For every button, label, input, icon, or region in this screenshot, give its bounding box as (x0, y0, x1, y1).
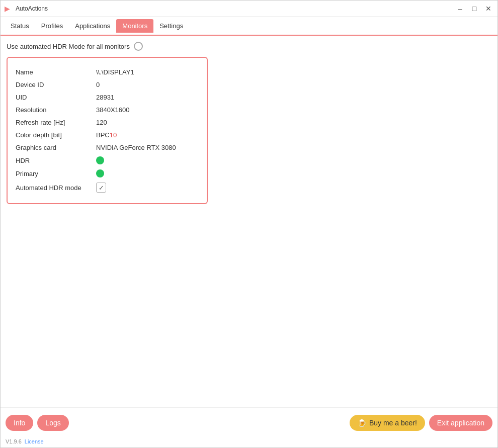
tab-applications[interactable]: Applications (69, 19, 116, 33)
label-resolution: Resolution (16, 106, 96, 114)
value-colordepth: BPC10 (96, 131, 117, 139)
value-resolution: 3840X1600 (96, 106, 130, 114)
monitor-row-name: Name \\.\DISPLAY1 (16, 66, 199, 78)
label-hdr: HDR (16, 157, 96, 164)
label-name: Name (16, 68, 96, 76)
monitor-row-colordepth: Color depth [bit] BPC10 (16, 129, 199, 141)
value-colordepth-bpc: BPC (96, 131, 110, 139)
monitor-row-primary: Primary (16, 167, 199, 180)
hdr-toggle-row: Use automated HDR Mode for all monitors (7, 42, 491, 51)
label-gpu: Graphics card (16, 144, 96, 151)
value-deviceid: 0 (96, 81, 100, 88)
close-button[interactable]: ✕ (483, 4, 493, 14)
value-name: \\.\DISPLAY1 (96, 68, 134, 76)
monitor-card: Name \\.\DISPLAY1 Device ID 0 UID 28931 … (7, 57, 208, 204)
value-refresh: 120 (96, 119, 107, 126)
label-colordepth: Color depth [bit] (16, 131, 96, 139)
hdr-toggle-switch[interactable] (134, 42, 143, 51)
main-content: Use automated HDR Mode for all monitors … (1, 36, 497, 407)
monitor-row-resolution: Resolution 3840X1600 (16, 104, 199, 116)
version-text: V1.9.6 (6, 438, 22, 444)
app-title: AutoActions (16, 5, 48, 12)
monitor-row-auto-hdr: Automated HDR mode ✓ (16, 180, 199, 195)
label-refresh: Refresh rate [Hz] (16, 119, 96, 126)
tab-monitors[interactable]: Monitors (116, 19, 153, 33)
label-auto-hdr: Automated HDR mode (16, 184, 96, 192)
beer-icon: 🍺 (358, 419, 366, 427)
tab-settings[interactable]: Settings (153, 19, 189, 33)
exit-button[interactable]: Exit application (429, 415, 492, 431)
value-gpu: NVIDIA GeForce RTX 3080 (96, 144, 176, 151)
primary-status-dot (96, 169, 104, 177)
title-bar: ▶ AutoActions – □ ✕ (1, 1, 497, 17)
label-deviceid: Device ID (16, 81, 96, 88)
footer: Info Logs 🍺 Buy me a beer! Exit applicat… (1, 407, 497, 437)
minimize-button[interactable]: – (455, 4, 465, 14)
auto-hdr-checkbox[interactable]: ✓ (96, 183, 106, 193)
footer-left: Info Logs (6, 415, 69, 431)
value-uid: 28931 (96, 94, 114, 101)
app-icon: ▶ (5, 5, 13, 13)
tab-status[interactable]: Status (5, 19, 35, 33)
window-controls: – □ ✕ (455, 4, 493, 14)
monitor-row-deviceid: Device ID 0 (16, 78, 199, 91)
maximize-button[interactable]: □ (469, 4, 479, 14)
monitor-row-uid: UID 28931 (16, 91, 199, 104)
hdr-toggle-label: Use automated HDR Mode for all monitors (7, 43, 130, 50)
title-bar-left: ▶ AutoActions (5, 5, 48, 13)
label-uid: UID (16, 94, 96, 101)
monitor-row-refresh: Refresh rate [Hz] 120 (16, 116, 199, 129)
beer-label: Buy me a beer! (369, 419, 417, 427)
hdr-status-dot (96, 156, 104, 164)
monitor-row-gpu: Graphics card NVIDIA GeForce RTX 3080 (16, 141, 199, 154)
logs-button[interactable]: Logs (37, 415, 68, 431)
value-colordepth-highlight: 10 (110, 131, 117, 139)
label-primary: Primary (16, 170, 96, 177)
monitor-row-hdr: HDR (16, 154, 199, 167)
tab-profiles[interactable]: Profiles (35, 19, 69, 33)
footer-right: 🍺 Buy me a beer! Exit application (350, 415, 492, 431)
license-link[interactable]: License (25, 438, 44, 444)
buy-beer-button[interactable]: 🍺 Buy me a beer! (350, 415, 425, 431)
version-bar: V1.9.6 License (1, 437, 497, 447)
info-button[interactable]: Info (6, 415, 33, 431)
nav-tabs: Status Profiles Applications Monitors Se… (1, 17, 497, 36)
